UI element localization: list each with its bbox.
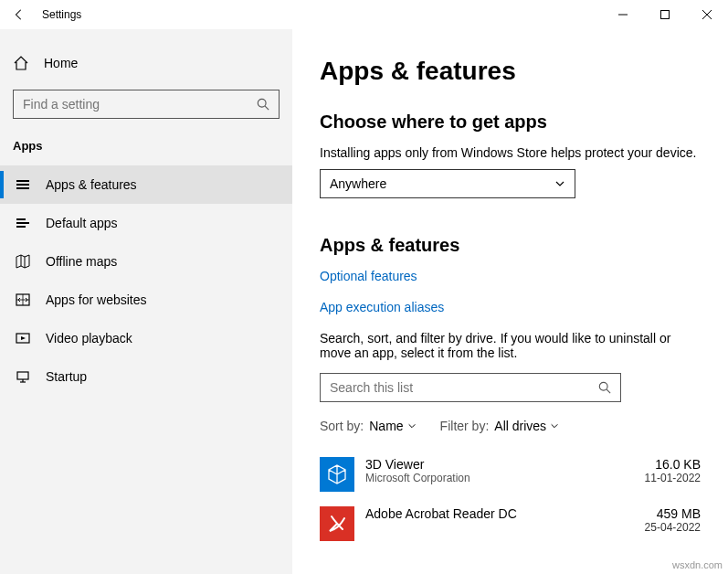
cube-icon — [326, 463, 348, 485]
app-size: 459 MB — [645, 506, 701, 521]
svg-line-18 — [607, 389, 610, 393]
app-name: 3D Viewer — [365, 457, 634, 472]
home-icon — [13, 55, 29, 71]
sidebar: Home Apps Apps & features Default apps O… — [0, 29, 292, 574]
category-header: Apps — [0, 139, 292, 165]
svg-rect-11 — [16, 226, 26, 228]
sort-label: Sort by: — [320, 419, 364, 433]
window-title: Settings — [42, 8, 81, 21]
startup-icon — [15, 368, 31, 385]
maximize-icon — [660, 10, 670, 19]
acrobat-icon — [326, 513, 348, 535]
back-button[interactable] — [13, 8, 26, 21]
apps-features-icon — [15, 176, 31, 193]
optional-features-link[interactable]: Optional features — [320, 269, 701, 283]
watermark: wsxdn.com — [672, 559, 723, 570]
nav-list: Apps & features Default apps Offline map… — [0, 165, 292, 396]
nav-default-apps[interactable]: Default apps — [0, 204, 292, 242]
nav-label: Apps & features — [46, 177, 137, 192]
svg-point-17 — [599, 382, 607, 390]
svg-rect-6 — [16, 180, 29, 182]
nav-video-playback[interactable]: Video playback — [0, 319, 292, 357]
page-title: Apps & features — [320, 57, 701, 86]
app-aliases-link[interactable]: App execution aliases — [320, 300, 701, 314]
app-size: 16.0 KB — [645, 457, 701, 472]
list-desc: Search, sort, and filter by drive. If yo… — [320, 331, 701, 360]
list-search-input[interactable] — [330, 380, 598, 395]
filter-value: All drives — [494, 419, 546, 433]
app-row[interactable]: Adobe Acrobat Reader DC 459 MB 25-04-202… — [320, 499, 701, 548]
chevron-down-icon — [554, 178, 565, 189]
nav-label: Startup — [46, 369, 87, 384]
app-icon-3dviewer — [320, 457, 354, 492]
choose-desc: Installing apps only from Windows Store … — [320, 145, 701, 160]
minimize-icon — [618, 10, 628, 19]
filter-control[interactable]: Filter by: All drives — [440, 419, 559, 433]
app-publisher: Microsoft Corporation — [365, 472, 634, 484]
search-icon — [598, 381, 611, 394]
apps-websites-icon — [15, 292, 31, 308]
search-input-container[interactable] — [13, 90, 280, 119]
close-button[interactable] — [686, 0, 728, 29]
offline-maps-icon — [15, 253, 31, 270]
main-content: Apps & features Choose where to get apps… — [292, 29, 728, 574]
window-controls — [602, 0, 728, 29]
sort-value: Name — [369, 419, 403, 433]
svg-rect-8 — [16, 187, 29, 189]
default-apps-icon — [15, 215, 31, 231]
search-icon — [257, 98, 269, 111]
dropdown-value: Anywhere — [330, 176, 386, 191]
chevron-down-icon — [550, 421, 559, 430]
app-row[interactable]: 3D Viewer Microsoft Corporation 16.0 KB … — [320, 450, 701, 499]
filter-label: Filter by: — [440, 419, 490, 433]
svg-rect-7 — [16, 184, 29, 186]
app-name: Adobe Acrobat Reader DC — [365, 506, 634, 521]
nav-apps-websites[interactable]: Apps for websites — [0, 281, 292, 319]
sort-control[interactable]: Sort by: Name — [320, 419, 417, 433]
nav-label: Apps for websites — [46, 292, 147, 307]
app-icon-acrobat — [320, 506, 354, 541]
maximize-button[interactable] — [644, 0, 686, 29]
search-input[interactable] — [23, 97, 257, 112]
titlebar: Settings — [0, 0, 728, 29]
svg-rect-9 — [16, 218, 26, 220]
list-search-container[interactable] — [320, 373, 621, 402]
svg-rect-14 — [17, 372, 28, 379]
app-source-dropdown[interactable]: Anywhere — [320, 169, 575, 198]
minimize-button[interactable] — [602, 0, 644, 29]
nav-apps-features[interactable]: Apps & features — [0, 165, 292, 204]
choose-heading: Choose where to get apps — [320, 112, 701, 133]
nav-label: Video playback — [46, 331, 132, 345]
svg-line-5 — [265, 106, 269, 110]
svg-rect-10 — [16, 222, 29, 224]
sub-heading: Apps & features — [320, 235, 701, 256]
nav-label: Offline maps — [46, 254, 117, 269]
nav-label: Default apps — [46, 216, 118, 230]
back-arrow-icon — [13, 8, 26, 21]
nav-offline-maps[interactable]: Offline maps — [0, 242, 292, 281]
app-date: 11-01-2022 — [645, 472, 701, 484]
filters-row: Sort by: Name Filter by: All drives — [320, 419, 701, 433]
home-nav[interactable]: Home — [0, 48, 292, 79]
app-date: 25-04-2022 — [645, 521, 701, 534]
home-label: Home — [44, 56, 78, 70]
close-icon — [702, 10, 712, 19]
nav-startup[interactable]: Startup — [0, 357, 292, 396]
svg-rect-1 — [661, 11, 670, 19]
video-playback-icon — [15, 330, 31, 346]
chevron-down-icon — [407, 421, 417, 430]
svg-point-4 — [258, 99, 266, 107]
